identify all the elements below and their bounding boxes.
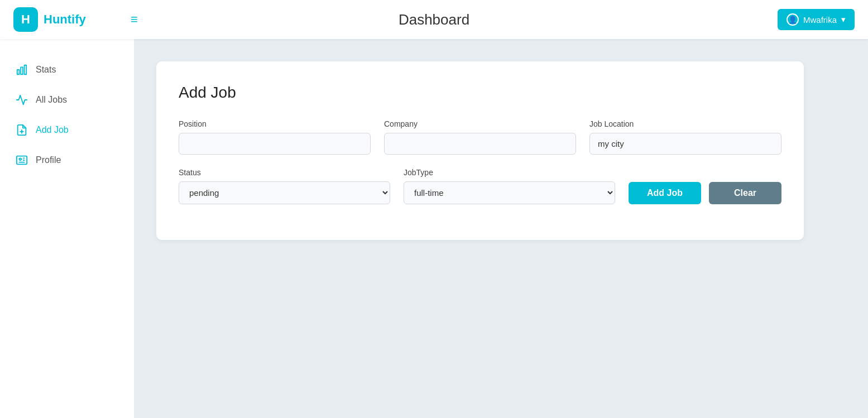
job-location-label: Job Location bbox=[589, 119, 781, 128]
position-input[interactable] bbox=[179, 133, 371, 155]
form-buttons: Add Job Clear bbox=[629, 182, 781, 204]
job-location-group: Job Location bbox=[589, 119, 781, 155]
form-title: Add Job bbox=[179, 84, 781, 102]
add-job-button[interactable]: Add Job bbox=[629, 182, 701, 204]
user-menu-button[interactable]: 👤 Mwafrika ▾ bbox=[778, 9, 855, 30]
page-title: Dashboard bbox=[399, 11, 469, 28]
sidebar-label-add-job: Add Job bbox=[36, 125, 69, 135]
svg-rect-1 bbox=[21, 67, 23, 74]
job-type-label: JobType bbox=[404, 168, 615, 177]
company-group: Company bbox=[384, 119, 576, 155]
job-type-group: JobType full-time part-time remote inter… bbox=[404, 168, 615, 204]
hamburger-icon[interactable]: ≡ bbox=[131, 12, 138, 27]
sidebar-label-stats: Stats bbox=[36, 65, 56, 75]
add-job-card: Add Job Position Company Job Location bbox=[156, 61, 804, 240]
svg-rect-2 bbox=[25, 65, 27, 75]
sidebar-item-profile[interactable]: Profile bbox=[0, 146, 134, 174]
company-label: Company bbox=[384, 119, 576, 128]
header: H Huntify ≡ Dashboard 👤 Mwafrika ▾ bbox=[0, 0, 868, 39]
svg-rect-0 bbox=[17, 70, 20, 74]
position-label: Position bbox=[179, 119, 371, 128]
sidebar-label-all-jobs: All Jobs bbox=[36, 95, 67, 105]
sidebar-item-add-job[interactable]: Add Job bbox=[0, 116, 134, 144]
user-card-icon bbox=[16, 154, 28, 166]
status-group: Status pending interview declined bbox=[179, 168, 390, 204]
main-content: Add Job Position Company Job Location bbox=[134, 39, 868, 418]
sidebar: Stats All Jobs Add Job bbox=[0, 39, 134, 418]
form-row-1: Position Company Job Location bbox=[179, 119, 781, 155]
sidebar-label-profile: Profile bbox=[36, 155, 61, 165]
bar-chart-icon bbox=[16, 64, 28, 76]
svg-rect-5 bbox=[17, 156, 27, 165]
position-group: Position bbox=[179, 119, 371, 155]
clear-button[interactable]: Clear bbox=[709, 182, 781, 204]
main-layout: Stats All Jobs Add Job bbox=[0, 39, 868, 418]
sidebar-item-all-jobs[interactable]: All Jobs bbox=[0, 86, 134, 114]
user-name-label: Mwafrika bbox=[803, 15, 837, 25]
chevron-down-icon: ▾ bbox=[841, 15, 846, 25]
svg-point-6 bbox=[19, 158, 21, 160]
status-label: Status bbox=[179, 168, 390, 177]
logo-text: Huntify bbox=[44, 12, 86, 27]
form-row-2: Status pending interview declined JobTyp… bbox=[179, 168, 781, 204]
status-select[interactable]: pending interview declined bbox=[179, 181, 390, 204]
activity-icon bbox=[16, 94, 28, 106]
logo-area: H Huntify bbox=[13, 7, 125, 32]
job-location-input[interactable] bbox=[589, 133, 781, 155]
company-input[interactable] bbox=[384, 133, 576, 155]
sidebar-item-stats[interactable]: Stats bbox=[0, 56, 134, 84]
file-plus-icon bbox=[16, 124, 28, 136]
logo-box: H bbox=[13, 7, 38, 32]
user-avatar-icon: 👤 bbox=[787, 13, 799, 26]
job-type-select[interactable]: full-time part-time remote internship bbox=[404, 181, 615, 204]
